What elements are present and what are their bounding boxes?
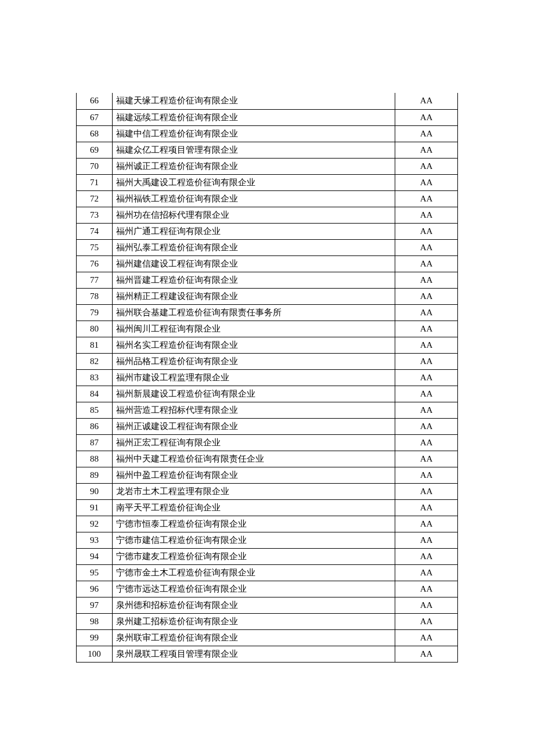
company-rating-table-wrapper: 66福建天缘工程造价征询有限企业AA67福建远续工程造价征询有限企业AA68福建… <box>76 93 458 663</box>
rating: AA <box>395 402 458 418</box>
row-number: 73 <box>77 207 113 223</box>
table-row: 94宁德市建友工程造价征询有限企业AA <box>77 548 458 564</box>
company-name: 福建天缘工程造价征询有限企业 <box>112 93 395 109</box>
rating: AA <box>395 483 458 499</box>
company-name: 泉州晟联工程项目管理有限企业 <box>112 646 395 662</box>
row-number: 70 <box>77 158 113 174</box>
company-name: 宁德市建友工程造价征询有限企业 <box>112 548 395 564</box>
rating: AA <box>395 255 458 272</box>
row-number: 82 <box>77 353 113 369</box>
row-number: 76 <box>77 255 113 272</box>
row-number: 78 <box>77 288 113 304</box>
rating: AA <box>395 321 458 337</box>
rating: AA <box>395 158 458 174</box>
table-row: 77福州晋建工程造价征询有限企业AA <box>77 272 458 288</box>
rating: AA <box>395 451 458 467</box>
row-number: 72 <box>77 190 113 207</box>
table-row: 78福州精正工程建设征询有限企业AA <box>77 288 458 304</box>
row-number: 94 <box>77 548 113 564</box>
company-name: 龙岩市土木工程监理有限企业 <box>112 483 395 499</box>
company-name: 宁德市远达工程造价征询有限企业 <box>112 581 395 597</box>
rating: AA <box>395 288 458 304</box>
row-number: 99 <box>77 629 113 646</box>
table-row: 76福州建信建设工程征询有限企业AA <box>77 255 458 272</box>
company-name: 福建远续工程造价征询有限企业 <box>112 109 395 125</box>
table-row: 91南平天平工程造价征询企业AA <box>77 499 458 516</box>
rating: AA <box>395 223 458 239</box>
rating: AA <box>395 304 458 321</box>
rating: AA <box>395 434 458 451</box>
row-number: 87 <box>77 434 113 451</box>
table-row: 90龙岩市土木工程监理有限企业AA <box>77 483 458 499</box>
rating: AA <box>395 548 458 564</box>
row-number: 84 <box>77 386 113 402</box>
table-row: 100泉州晟联工程项目管理有限企业AA <box>77 646 458 662</box>
company-name: 福州中盈工程造价征询有限企业 <box>112 467 395 483</box>
row-number: 89 <box>77 467 113 483</box>
rating: AA <box>395 499 458 516</box>
company-name: 福州正宏工程征询有限企业 <box>112 434 395 451</box>
table-row: 85福州营造工程招标代理有限企业AA <box>77 402 458 418</box>
row-number: 88 <box>77 451 113 467</box>
company-name: 福州建信建设工程征询有限企业 <box>112 255 395 272</box>
row-number: 66 <box>77 93 113 109</box>
company-name: 泉州德和招标造价征询有限企业 <box>112 597 395 613</box>
row-number: 96 <box>77 581 113 597</box>
rating: AA <box>395 190 458 207</box>
table-row: 72福州福铁工程造价征询有限企业AA <box>77 190 458 207</box>
rating: AA <box>395 646 458 662</box>
company-name: 福州广通工程征询有限企业 <box>112 223 395 239</box>
company-name: 福州新晨建设工程造价征询有限企业 <box>112 386 395 402</box>
rating: AA <box>395 93 458 109</box>
row-number: 71 <box>77 174 113 190</box>
table-row: 67福建远续工程造价征询有限企业AA <box>77 109 458 125</box>
company-name: 宁德市金土木工程造价征询有限企业 <box>112 564 395 581</box>
table-row: 69福建众亿工程项目管理有限企业AA <box>77 142 458 158</box>
company-name: 福州晋建工程造价征询有限企业 <box>112 272 395 288</box>
table-row: 84福州新晨建设工程造价征询有限企业AA <box>77 386 458 402</box>
row-number: 85 <box>77 402 113 418</box>
company-name: 福州营造工程招标代理有限企业 <box>112 402 395 418</box>
rating: AA <box>395 386 458 402</box>
company-name: 泉州联审工程造价征询有限企业 <box>112 629 395 646</box>
company-name: 泉州建工招标造价征询有限企业 <box>112 613 395 629</box>
row-number: 95 <box>77 564 113 581</box>
company-name: 福州精正工程建设征询有限企业 <box>112 288 395 304</box>
company-name: 福州正诚建设工程征询有限企业 <box>112 418 395 434</box>
table-row: 96宁德市远达工程造价征询有限企业AA <box>77 581 458 597</box>
table-row: 68福建中信工程造价征询有限企业AA <box>77 125 458 142</box>
company-name: 福州弘泰工程造价征询有限企业 <box>112 239 395 255</box>
company-name: 福州联合基建工程造价征询有限责任事务所 <box>112 304 395 321</box>
company-name: 宁德市建信工程造价征询有限企业 <box>112 532 395 548</box>
table-row: 79福州联合基建工程造价征询有限责任事务所AA <box>77 304 458 321</box>
table-row: 70福州诚正工程造价征询有限企业AA <box>77 158 458 174</box>
table-row: 93宁德市建信工程造价征询有限企业AA <box>77 532 458 548</box>
rating: AA <box>395 125 458 142</box>
table-row: 80福州闽川工程征询有限企业AA <box>77 321 458 337</box>
company-name: 福州市建设工程监理有限企业 <box>112 369 395 386</box>
company-name: 福州中天建工程造价征询有限责任企业 <box>112 451 395 467</box>
company-rating-table: 66福建天缘工程造价征询有限企业AA67福建远续工程造价征询有限企业AA68福建… <box>76 93 458 663</box>
company-name: 福州诚正工程造价征询有限企业 <box>112 158 395 174</box>
row-number: 74 <box>77 223 113 239</box>
row-number: 79 <box>77 304 113 321</box>
table-row: 66福建天缘工程造价征询有限企业AA <box>77 93 458 109</box>
table-row: 82福州品格工程造价征询有限企业AA <box>77 353 458 369</box>
company-name: 福建中信工程造价征询有限企业 <box>112 125 395 142</box>
rating: AA <box>395 467 458 483</box>
row-number: 83 <box>77 369 113 386</box>
row-number: 97 <box>77 597 113 613</box>
row-number: 100 <box>77 646 113 662</box>
table-row: 89福州中盈工程造价征询有限企业AA <box>77 467 458 483</box>
table-row: 86福州正诚建设工程征询有限企业AA <box>77 418 458 434</box>
company-name: 福州大禹建设工程造价征询有限企业 <box>112 174 395 190</box>
table-row: 97泉州德和招标造价征询有限企业AA <box>77 597 458 613</box>
table-row: 95宁德市金土木工程造价征询有限企业AA <box>77 564 458 581</box>
rating: AA <box>395 353 458 369</box>
rating: AA <box>395 581 458 597</box>
table-row: 92宁德市恒泰工程造价征询有限企业AA <box>77 516 458 532</box>
row-number: 77 <box>77 272 113 288</box>
rating: AA <box>395 142 458 158</box>
table-row: 98泉州建工招标造价征询有限企业AA <box>77 613 458 629</box>
rating: AA <box>395 109 458 125</box>
